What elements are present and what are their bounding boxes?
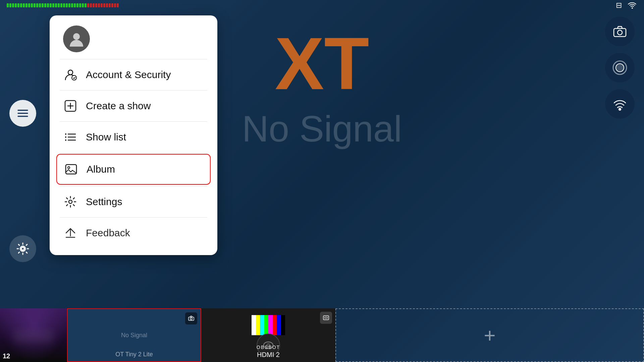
pixel-bar (15, 3, 17, 7)
pixel-bar (52, 3, 54, 7)
feedback-label: Feedback (86, 227, 130, 239)
pixel-bar (31, 3, 33, 7)
svg-point-12 (190, 318, 192, 320)
album-label: Album (87, 164, 115, 175)
svg-point-29 (65, 139, 66, 141)
pixel-bar (66, 3, 68, 7)
wifi-icon (627, 1, 637, 9)
pixel-bar (106, 3, 108, 7)
pixel-bar (114, 3, 116, 7)
pixel-bar (98, 3, 100, 7)
pixel-bar (90, 3, 92, 7)
menu-button[interactable] (9, 100, 36, 127)
top-right-status: ⊟ (616, 1, 637, 10)
obsbot-text: OBSBOT (257, 345, 280, 350)
pixel-bar (76, 3, 78, 7)
pixel-bar (47, 3, 49, 7)
pixel-bar (93, 3, 95, 7)
share-icon (63, 226, 78, 240)
pixel-bar (117, 3, 119, 7)
pixel-indicators (7, 3, 119, 7)
plus-icon: + (484, 324, 495, 347)
right-controls (605, 17, 635, 119)
pixel-bar (68, 3, 70, 7)
camera1-label: OT Tiny 2 Lite (68, 351, 201, 358)
account-security-label: Account & Security (86, 69, 171, 80)
pixel-bar (82, 3, 84, 7)
svg-rect-30 (66, 165, 76, 174)
user-shield-icon (63, 67, 78, 82)
no-signal-text: No Signal (121, 332, 147, 339)
source-strip: 12 No Signal OT Tiny 2 Lite (0, 308, 644, 362)
menu-header (50, 15, 217, 59)
monitor-icon: ⊟ (616, 1, 622, 10)
pixel-bar (74, 3, 76, 7)
pixel-bar (71, 3, 73, 7)
pixel-bar (42, 3, 44, 7)
menu-item-settings[interactable]: Settings (50, 186, 217, 217)
svg-point-18 (73, 33, 80, 40)
pixel-bar (95, 3, 97, 7)
pixel-bar (85, 3, 87, 7)
menu-item-show-list[interactable]: Show list (50, 122, 217, 153)
source-hdmi2[interactable]: OBSBOT HDMI 2 (201, 308, 335, 362)
svg-point-27 (65, 133, 66, 135)
source-concert[interactable]: 12 (0, 308, 67, 362)
pixel-bar (39, 3, 41, 7)
pixel-bar (34, 3, 36, 7)
settings-button[interactable] (9, 235, 36, 262)
pixel-bar (12, 3, 14, 7)
create-show-label: Create a show (86, 100, 151, 112)
pixel-bar (28, 3, 30, 7)
plus-square-icon (63, 99, 78, 113)
pixel-bar (36, 3, 38, 7)
svg-point-28 (65, 136, 66, 138)
gear-icon (63, 194, 78, 209)
svg-point-32 (69, 200, 72, 203)
source-camera1[interactable]: No Signal OT Tiny 2 Lite (67, 308, 201, 362)
camera1-icon (185, 312, 197, 324)
svg-rect-13 (323, 316, 329, 320)
pixel-bar (111, 3, 113, 7)
menu-item-account[interactable]: Account & Security (50, 59, 217, 90)
pixel-bar (87, 3, 89, 7)
avatar (63, 25, 90, 52)
svg-point-4 (21, 247, 24, 250)
show-list-label: Show list (86, 131, 126, 143)
pixel-bar (50, 3, 52, 7)
svg-point-20 (72, 75, 76, 80)
pixel-bar (103, 3, 105, 7)
pixel-bar (101, 3, 103, 7)
menu-item-album[interactable]: Album (56, 154, 211, 185)
svg-rect-6 (614, 28, 626, 37)
pixel-bar (79, 3, 81, 7)
menu-item-feedback[interactable]: Feedback (50, 218, 217, 248)
add-source-button[interactable]: + (335, 308, 644, 362)
svg-point-10 (619, 108, 621, 111)
color-bars (252, 315, 285, 335)
svg-point-9 (616, 64, 624, 72)
svg-point-19 (68, 70, 73, 75)
dropdown-menu: Account & Security Create a show Sh (50, 15, 217, 255)
svg-rect-14 (325, 317, 327, 318)
hdmi2-icon (320, 312, 332, 324)
stream-button[interactable] (605, 89, 635, 119)
pixel-bar (109, 3, 111, 7)
hdmi2-label: HDMI 2 (201, 351, 335, 359)
signal-text: No Signal (242, 107, 402, 150)
pixel-bar (17, 3, 19, 7)
brand-text: XT (275, 27, 369, 101)
pixel-bar (63, 3, 65, 7)
record-button[interactable] (605, 53, 635, 82)
pixel-bar (23, 3, 25, 7)
pixel-bar (60, 3, 62, 7)
svg-point-7 (618, 30, 622, 35)
settings-label: Settings (86, 196, 122, 207)
pixel-bar (58, 3, 60, 7)
pixel-bar (44, 3, 46, 7)
svg-point-31 (68, 167, 70, 169)
pixel-bar (20, 3, 22, 7)
menu-item-create-show[interactable]: Create a show (50, 90, 217, 121)
camera-button[interactable] (605, 17, 635, 46)
top-bar: ⊟ (0, 3, 644, 8)
